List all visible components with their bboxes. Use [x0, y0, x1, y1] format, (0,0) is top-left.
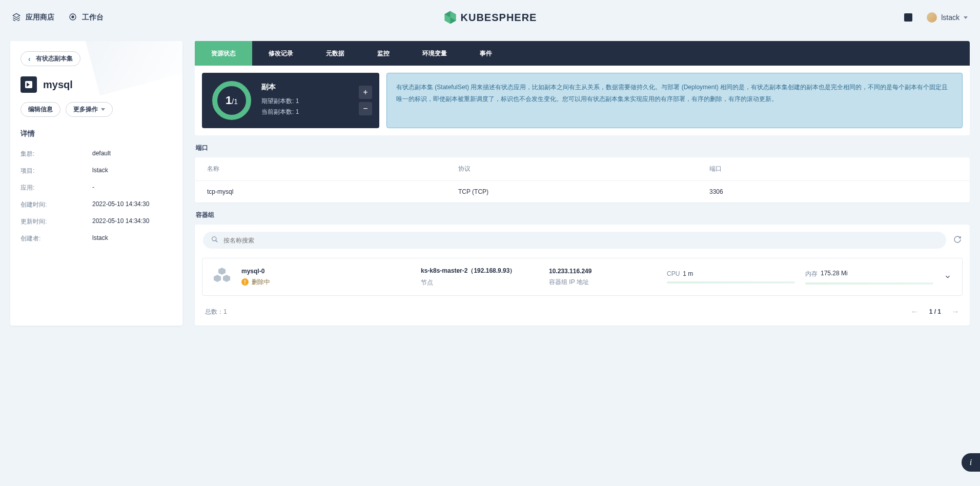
user-menu[interactable]: lstack: [927, 12, 968, 23]
search-box[interactable]: [203, 232, 946, 249]
action-buttons: 编辑信息 更多操作: [21, 102, 172, 117]
tab[interactable]: 资源状态: [195, 41, 252, 66]
back-button[interactable]: ‹ 有状态副本集: [21, 51, 80, 66]
detail-row: 更新时间:2022-05-10 14:34:30: [21, 213, 172, 230]
back-label: 有状态副本集: [36, 54, 73, 63]
detail-value: lstack: [92, 234, 108, 243]
detail-row: 项目:lstack: [21, 163, 172, 179]
tab[interactable]: 环境变量: [406, 41, 463, 66]
detail-value: 2022-05-10 14:34:30: [92, 217, 149, 226]
workbench-label: 工作台: [82, 13, 104, 22]
prev-page-button[interactable]: ←: [911, 307, 919, 316]
statefulset-icon: [21, 76, 37, 93]
pod-name-col: mysql-0!删除中: [241, 268, 411, 287]
ip-col: 10.233.116.249容器组 IP 地址: [549, 268, 657, 287]
logo-text: KUBESPHERE: [461, 12, 537, 24]
pod-row[interactable]: mysql-0!删除中ks-k8s-master-2（192.168.9.93）…: [202, 258, 963, 296]
scale-up-button[interactable]: +: [359, 86, 372, 99]
more-actions-button[interactable]: 更多操作: [66, 102, 113, 117]
tab[interactable]: 修改记录: [252, 41, 310, 66]
top-header: 应用商店 工作台 KUBESPHERE lstack: [0, 0, 980, 35]
avatar: [927, 12, 937, 23]
table-row: tcp-mysqlTCP (TCP)3306: [195, 181, 970, 202]
search-input[interactable]: [223, 237, 938, 244]
detail-row: 创建时间:2022-05-10 14:34:30: [21, 196, 172, 213]
content: ‹ 有状态副本集 mysql 编辑信息 更多操作 详情 集群:default项目…: [0, 35, 980, 332]
logo[interactable]: KUBESPHERE: [443, 10, 537, 25]
theme-toggle-icon[interactable]: [904, 13, 912, 22]
node-col: ks-k8s-master-2（192.168.9.93）节点: [421, 267, 539, 287]
detail-label: 创建者:: [21, 234, 92, 243]
search-wrap: [195, 225, 970, 256]
page-controls: ← 1 / 1 →: [911, 307, 959, 316]
next-page-button[interactable]: →: [951, 307, 959, 316]
tab[interactable]: 事件: [463, 41, 508, 66]
details-section-title: 详情: [21, 129, 172, 138]
workbench-icon: [69, 13, 77, 23]
replica-info: 副本 期望副本数: 1 当前副本数: 1: [261, 83, 299, 118]
port-proto: TCP (TCP): [458, 188, 709, 195]
app-store-icon: [12, 13, 21, 23]
svg-line-3: [216, 240, 218, 242]
detail-sidebar: ‹ 有状态副本集 mysql 编辑信息 更多操作 详情 集群:default项目…: [10, 41, 182, 326]
desired-replicas: 期望副本数: 1: [261, 97, 299, 106]
page-total: 总数：1: [205, 308, 227, 316]
app-store-label: 应用商店: [26, 13, 54, 22]
help-fab[interactable]: i: [962, 453, 980, 472]
detail-value: -: [92, 184, 94, 192]
warning-icon: !: [241, 278, 249, 286]
chevron-down-icon: [944, 273, 952, 281]
ports-table: 名称 协议 端口 tcp-mysqlTCP (TCP)3306: [195, 157, 970, 202]
detail-label: 项目:: [21, 167, 92, 175]
col-proto-header: 协议: [458, 165, 709, 173]
col-name-header: 名称: [207, 165, 458, 173]
svg-point-1: [72, 16, 74, 18]
detail-value: lstack: [92, 167, 108, 175]
pod-icon: [213, 268, 231, 286]
workbench-link[interactable]: 工作台: [69, 13, 104, 23]
detail-label: 更新时间:: [21, 217, 92, 226]
resource-title: mysql: [43, 79, 73, 91]
chevron-down-icon: [964, 16, 968, 19]
detail-label: 应用:: [21, 184, 92, 192]
pods-section-title: 容器组: [196, 211, 970, 219]
pagination: 总数：1 ← 1 / 1 →: [195, 301, 970, 326]
tab[interactable]: 元数据: [310, 41, 361, 66]
current-replicas: 当前副本数: 1: [261, 108, 299, 116]
svg-point-2: [212, 237, 216, 241]
search-icon: [211, 236, 218, 245]
detail-label: 集群:: [21, 150, 92, 158]
col-port-header: 端口: [709, 165, 957, 173]
status-row: 1/1 副本 期望副本数: 1 当前副本数: 1 + − 有状态副本集 (Sta…: [202, 73, 963, 128]
detail-value: 2022-05-10 14:34:30: [92, 200, 149, 209]
detail-row: 应用:-: [21, 179, 172, 196]
mem-metric: 内存175.28 Mi: [805, 270, 933, 285]
details-list: 集群:default项目:lstack应用:-创建时间:2022-05-10 1…: [21, 146, 172, 247]
pod-name: mysql-0: [241, 268, 411, 275]
replica-title: 副本: [261, 83, 299, 92]
username-label: lstack: [941, 13, 959, 22]
ports-table-header: 名称 协议 端口: [195, 157, 970, 181]
scale-down-button[interactable]: −: [359, 102, 372, 115]
chevron-down-icon: [101, 108, 105, 111]
chevron-left-icon: ‹: [28, 55, 31, 63]
more-actions-label: 更多操作: [73, 105, 98, 114]
header-left: 应用商店 工作台: [12, 13, 104, 23]
detail-value: default: [92, 150, 111, 158]
status-panel: 1/1 副本 期望副本数: 1 当前副本数: 1 + − 有状态副本集 (Sta…: [195, 66, 970, 135]
ports-section-title: 端口: [196, 144, 970, 152]
tab[interactable]: 监控: [361, 41, 406, 66]
detail-row: 集群:default: [21, 146, 172, 163]
app-store-link[interactable]: 应用商店: [12, 13, 54, 23]
header-right: lstack: [904, 12, 968, 23]
refresh-button[interactable]: [953, 235, 962, 246]
replica-controls: + −: [359, 86, 372, 115]
port-number: 3306: [709, 188, 957, 195]
expand-button[interactable]: [944, 273, 952, 281]
kubesphere-logo-icon: [443, 10, 458, 25]
detail-label: 创建时间:: [21, 200, 92, 209]
resource-title-row: mysql: [21, 76, 172, 93]
tabs: 资源状态修改记录元数据监控环境变量事件: [195, 41, 970, 66]
replica-donut: 1/1: [212, 81, 251, 120]
edit-info-button[interactable]: 编辑信息: [21, 102, 60, 117]
